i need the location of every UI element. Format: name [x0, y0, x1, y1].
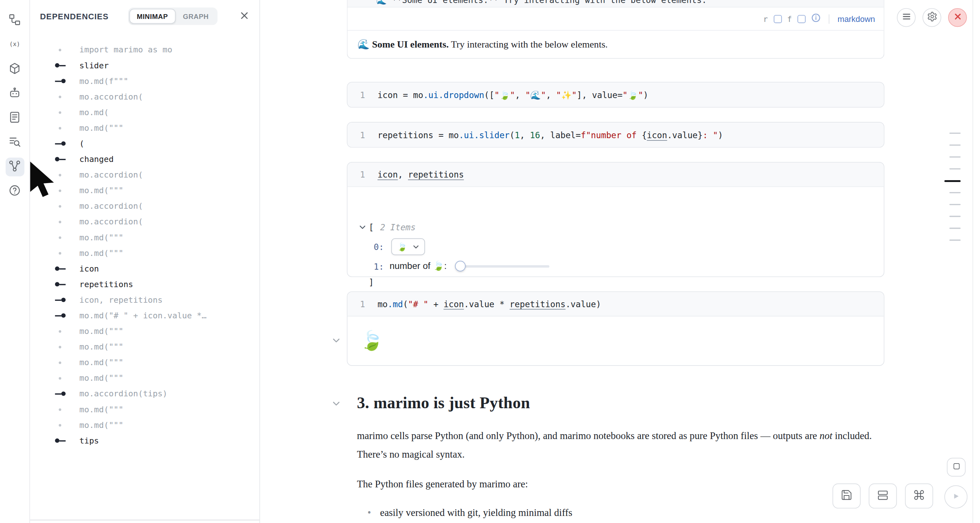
checkbox-icon[interactable] [773, 15, 782, 23]
dependency-item[interactable]: mo.accordion( [30, 214, 259, 230]
robot-icon [8, 86, 21, 101]
help-button[interactable] [5, 182, 24, 201]
cell-dot-icon [51, 230, 69, 245]
code-editor[interactable]: mo.md("# " + icon.value * repetitions.va… [377, 299, 601, 309]
rows-icon [877, 489, 889, 503]
dependency-item-label: mo.accordion( [80, 170, 143, 179]
minimap-line[interactable] [949, 192, 960, 193]
dependency-item[interactable]: icon [30, 261, 259, 276]
checkbox-icon[interactable] [797, 15, 805, 23]
dependency-item-label: repetitions [80, 280, 133, 289]
code-cell: 1 icon, repetitions [ 2 Items 0: 🍃 [347, 162, 884, 277]
minimap-line[interactable] [949, 239, 960, 241]
collapse-section-chevron-icon[interactable] [331, 398, 341, 408]
dependency-item[interactable]: mo.md(""" [30, 402, 259, 417]
logs-button[interactable] [5, 133, 24, 152]
dependency-item-label: mo.md(""" [80, 420, 124, 429]
line-number: 1 [360, 130, 366, 140]
index-label: 1: [374, 261, 384, 271]
run-button[interactable] [944, 485, 967, 509]
code-editor[interactable]: icon = mo.ui.dropdown(["🍃", "🌊", "✨"], v… [377, 90, 648, 100]
dependency-item-label: changed [80, 155, 114, 164]
ai-chat-button[interactable] [5, 85, 24, 103]
minimap-line[interactable] [949, 145, 960, 146]
dependencies-panel: DEPENDENCIES MINIMAP GRAPH import marimo… [30, 0, 260, 523]
dependency-item[interactable]: tips [30, 433, 259, 448]
dependency-item[interactable]: mo.accordion( [30, 167, 259, 183]
dependency-item[interactable]: changed [30, 151, 259, 167]
dependency-item[interactable]: mo.md(""" [30, 417, 259, 433]
variables-button[interactable]: (x) [5, 36, 24, 54]
minimap-line[interactable] [949, 228, 960, 229]
tab-graph[interactable]: GRAPH [176, 9, 216, 24]
documentation-button[interactable] [5, 109, 24, 128]
code-editor[interactable]: icon, repetitions [377, 169, 464, 179]
notebook-menu-button[interactable] [897, 8, 916, 27]
minimap-line[interactable] [949, 216, 960, 217]
slider-label: number of 🍃: [390, 261, 449, 271]
reference-node-icon [51, 136, 69, 151]
dependency-item[interactable]: mo.md(""" [30, 183, 259, 198]
dependency-item-label: mo.md(f""" [80, 76, 129, 85]
minimap-line[interactable] [949, 156, 960, 158]
file-explorer-button[interactable] [5, 11, 24, 30]
command-palette-button[interactable] [905, 483, 933, 508]
tab-minimap[interactable]: MINIMAP [129, 9, 175, 24]
dependency-item[interactable]: slider [30, 57, 259, 73]
paragraph: marimo cells parse Python (and only Pyth… [357, 426, 887, 464]
close-panel-button[interactable] [237, 9, 252, 24]
repetitions-slider[interactable] [455, 261, 549, 271]
dependency-item[interactable]: mo.md(""" [30, 370, 259, 386]
dependency-item[interactable]: mo.md(""" [30, 245, 259, 261]
dependency-item[interactable]: mo.accordion( [30, 89, 259, 104]
definition-node-icon [51, 57, 69, 73]
packages-button[interactable] [5, 60, 24, 79]
layout-button[interactable] [869, 483, 897, 508]
dependency-item[interactable]: mo.md(""" [30, 120, 259, 136]
dependency-item[interactable]: ( [30, 136, 259, 151]
line-number: 1 [360, 169, 366, 179]
slider-track[interactable] [455, 265, 549, 268]
dependency-item[interactable]: mo.md(f""" [30, 73, 259, 89]
definition-node-icon [51, 151, 69, 167]
collapse-chevron-icon[interactable] [359, 223, 366, 231]
emoji-dropdown[interactable]: 🍃 [391, 238, 425, 255]
dependencies-button[interactable] [5, 158, 24, 177]
minimap-line[interactable] [949, 204, 960, 205]
cell-dot-icon [51, 323, 69, 339]
save-button[interactable] [833, 483, 861, 508]
minimap-line[interactable] [949, 168, 960, 169]
slider-thumb[interactable] [455, 261, 466, 271]
dependency-item[interactable]: mo.md( [30, 104, 259, 120]
dependency-item[interactable]: import marimo as mo [30, 42, 259, 57]
dependency-item[interactable]: mo.md(""" [30, 230, 259, 245]
dependency-item[interactable]: icon, repetitions [30, 292, 259, 308]
shortcut-f-label: f [788, 14, 792, 23]
code-editor[interactable]: repetitions = mo.ui.slider(1, 16, label=… [377, 130, 723, 140]
dependency-item[interactable]: mo.accordion(tips) [30, 386, 259, 402]
cell-dot-icon [51, 120, 69, 136]
dependency-item[interactable]: repetitions [30, 276, 259, 292]
cell-dot-icon [51, 89, 69, 104]
markdown-source-editor[interactable]: 🌊 **Some UI elements.** Try interacting … [347, 0, 884, 8]
minimap-line[interactable] [944, 180, 961, 182]
minimal-mode-button[interactable] [947, 458, 966, 477]
dependency-item[interactable]: mo.md(""" [30, 323, 259, 339]
dependency-item-label: import marimo as mo [80, 45, 172, 54]
dependency-item[interactable]: mo.accordion( [30, 198, 259, 214]
language-mode-label[interactable]: markdown [837, 14, 875, 23]
shutdown-button[interactable] [948, 8, 967, 27]
minimap-line[interactable] [949, 132, 960, 134]
dependency-item[interactable]: mo.md(""" [30, 339, 259, 355]
play-icon [951, 491, 961, 503]
dependency-item-label: tips [80, 436, 99, 445]
cell-dot-icon [51, 370, 69, 386]
reference-node-icon [51, 73, 69, 89]
info-icon[interactable] [811, 13, 820, 25]
markdown-heading-output: 🍃 [347, 316, 884, 365]
dependency-item[interactable]: mo.md(""" [30, 355, 259, 370]
wave-emoji: 🌊 [358, 38, 372, 49]
dependency-item[interactable]: mo.md("# " + icon.value *… [30, 308, 259, 323]
settings-button[interactable] [923, 8, 942, 27]
collapse-output-chevron-icon[interactable] [331, 335, 341, 345]
